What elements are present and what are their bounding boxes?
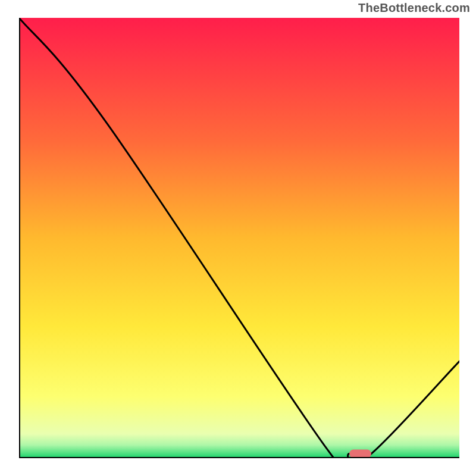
watermark-text: TheBottleneck.com [358, 1, 470, 15]
chart-background [19, 18, 459, 458]
chart-svg [19, 18, 459, 458]
chart-plot [19, 18, 459, 458]
valley-marker [349, 450, 371, 458]
